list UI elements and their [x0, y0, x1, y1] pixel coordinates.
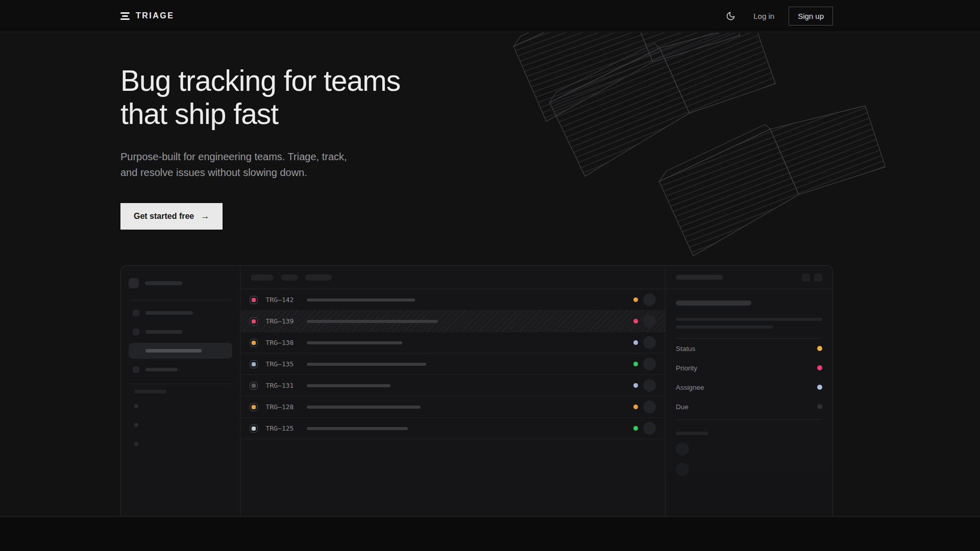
workspace-name-placeholder [145, 281, 182, 285]
assignee-avatar [643, 315, 656, 328]
wireframe-decoration [480, 33, 980, 300]
priority-icon [250, 360, 258, 368]
issue-id: TRG–131 [266, 382, 300, 389]
detail-action-button[interactable] [814, 273, 822, 282]
detail-title-placeholder [676, 300, 751, 306]
sidebar-item[interactable] [129, 362, 232, 378]
workspace-avatar [129, 278, 139, 288]
assignee-avatar [643, 422, 656, 435]
assignee-value-dot [817, 385, 822, 390]
sidebar-dot [134, 404, 138, 408]
issue-row[interactable]: TRG–128 [240, 396, 665, 418]
list-tab-placeholder[interactable] [305, 274, 332, 281]
cta-label: Get started free [134, 212, 194, 221]
sidebar-item-label-placeholder [145, 349, 202, 353]
hero-heading: Bug tracking for teams that ship fast [120, 64, 447, 131]
detail-action-button[interactable] [802, 273, 810, 282]
issue-id: TRG–138 [266, 339, 300, 346]
issue-id: TRG–128 [266, 403, 300, 411]
sidebar-item-active[interactable] [129, 343, 232, 359]
issue-title-placeholder [307, 341, 402, 344]
priority-icon [250, 403, 258, 411]
detail-fade-overlay [666, 461, 832, 517]
assignee-avatar [643, 358, 656, 370]
mockup-sidebar [121, 266, 240, 517]
issue-list-tabs [240, 266, 665, 289]
sidebar-item-label-placeholder [145, 368, 178, 371]
activity-title-placeholder [676, 432, 708, 435]
due-value-dot [817, 404, 822, 409]
hero-subheading: Purpose-built for engineering teams. Tri… [120, 149, 360, 181]
issue-row[interactable]: TRG–142 [240, 289, 665, 311]
issue-row-selected[interactable]: TRG–139 [240, 311, 665, 332]
assignee-avatar [643, 293, 656, 306]
get-started-button[interactable]: Get started free → [120, 203, 223, 230]
status-dot [633, 362, 638, 366]
priority-icon [250, 424, 258, 433]
issue-id: TRG–142 [266, 296, 300, 304]
issue-id: TRG–135 [266, 360, 300, 368]
status-dot [633, 319, 638, 323]
moon-icon [726, 11, 736, 21]
sidebar-dot [134, 423, 138, 427]
theme-toggle-button[interactable] [722, 7, 739, 24]
sidebar-item-icon [133, 347, 139, 354]
sidebar-item-label-placeholder [145, 330, 182, 334]
status-dot [633, 405, 638, 409]
arrow-right-icon: → [201, 211, 209, 221]
sidebar-section-title-placeholder [134, 390, 167, 393]
triage-logo-icon [120, 12, 130, 20]
signup-button[interactable]: Sign up [789, 7, 833, 26]
field-row-priority[interactable]: Priority [676, 358, 822, 378]
issue-list-panel: TRG–142 TRG–139 TRG–138 [240, 266, 666, 517]
field-label: Priority [676, 364, 697, 372]
activity-avatar [676, 463, 689, 476]
assignee-avatar [643, 400, 656, 413]
sidebar-item[interactable] [129, 305, 232, 321]
activity-avatar [676, 442, 689, 456]
sidebar-item-label-placeholder [145, 311, 193, 315]
issue-title-placeholder [307, 427, 408, 430]
field-label: Assignee [676, 384, 704, 391]
issue-title-placeholder [307, 363, 426, 366]
field-label: Status [676, 345, 695, 353]
assignee-avatar [643, 336, 656, 349]
issue-row[interactable]: TRG–125 [240, 418, 665, 439]
issue-row[interactable]: TRG–138 [240, 332, 665, 354]
priority-icon [250, 296, 258, 304]
status-dot [633, 340, 638, 345]
field-row-assignee[interactable]: Assignee [676, 378, 822, 397]
list-tab-placeholder[interactable] [281, 274, 298, 281]
detail-description-placeholder [676, 318, 822, 321]
top-nav: TRIAGE Log in Sign up [0, 0, 980, 32]
priority-value-dot [817, 365, 822, 370]
status-dot [633, 297, 638, 302]
login-link[interactable]: Log in [753, 12, 774, 20]
brand-logo[interactable]: TRIAGE [120, 11, 174, 20]
field-row-status[interactable]: Status [676, 339, 822, 358]
landing-page: TRIAGE Log in Sign up [0, 0, 980, 551]
sidebar-item-icon [133, 329, 139, 335]
issue-title-placeholder [307, 384, 390, 387]
assignee-avatar [643, 379, 656, 392]
sidebar-item[interactable] [129, 324, 232, 340]
issue-row[interactable]: TRG–135 [240, 354, 665, 375]
field-row-due[interactable]: Due [676, 397, 822, 416]
list-tab-placeholder[interactable] [251, 274, 274, 281]
sidebar-dot [134, 442, 138, 446]
detail-divider [676, 419, 822, 420]
issue-row[interactable]: TRG–131 [240, 375, 665, 396]
status-value-dot [817, 346, 822, 351]
issue-id: TRG–139 [266, 317, 300, 325]
workspace-switcher[interactable] [129, 278, 232, 288]
status-dot [633, 383, 638, 388]
status-dot [633, 426, 638, 431]
app-mockup: TRG–142 TRG–139 TRG–138 [120, 265, 833, 517]
issue-title-placeholder [307, 406, 421, 409]
issue-title-placeholder [307, 320, 438, 323]
detail-header-placeholder [676, 275, 723, 280]
priority-icon [250, 317, 258, 325]
sidebar-item-icon [133, 366, 139, 373]
field-label: Due [676, 403, 689, 411]
footer [0, 517, 980, 551]
